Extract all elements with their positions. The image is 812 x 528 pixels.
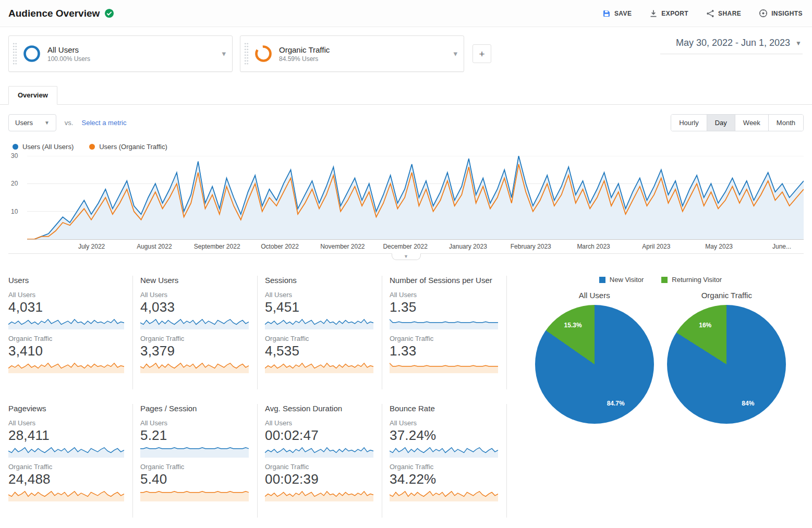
select-a-metric-link[interactable]: Select a metric (81, 119, 126, 127)
metric-value-all-users: 5,451 (265, 299, 373, 315)
all-users-segment-icon (22, 44, 41, 63)
pie-legend: New Visitor Returning Visitor (522, 276, 799, 284)
sparkline-all-users (390, 445, 498, 458)
all-users-pie-chart[interactable]: 15.3% 84.7% (535, 305, 654, 424)
segment-detail: 84.59% Users (279, 55, 330, 63)
granularity-hourly-button[interactable]: Hourly (671, 115, 707, 131)
pie-slice-label-new: 84% (742, 400, 754, 407)
segment-label: All Users (140, 419, 249, 427)
export-button[interactable]: EXPORT (649, 9, 688, 18)
segment-label: Organic Traffic (140, 463, 249, 471)
metric-selector-dropdown[interactable]: Users ▼ (8, 114, 56, 131)
x-axis-label: November 2022 (320, 243, 365, 250)
sparkline-all-users (140, 317, 249, 329)
granularity-toggle: Hourly Day Week Month (671, 114, 804, 131)
top-bar: Audience Overview SAVE EXPORT SHARE INSI… (0, 0, 812, 27)
tab-overview[interactable]: Overview (8, 86, 57, 105)
legend-item-returning-visitor: Returning Visitor (661, 276, 722, 284)
legend-item-organic-traffic: Users (Organic Traffic) (89, 143, 167, 151)
pie-title: All Users (535, 291, 654, 300)
sparkline-all-users (8, 445, 124, 458)
chart-collapse-button[interactable]: ▼ (392, 253, 421, 260)
add-segment-button[interactable]: + (472, 44, 491, 63)
pie-slice-label-new: 84.7% (607, 400, 625, 407)
share-button[interactable]: SHARE (706, 9, 741, 18)
metric-title: Avg. Session Duration (265, 404, 373, 413)
segment-label: Organic Traffic (265, 335, 373, 342)
legend-item-all-users: Users (All Users) (13, 143, 74, 151)
sparkline-all-users (8, 317, 124, 329)
date-range-selector[interactable]: May 30, 2022 - Jun 1, 2023 ▼ (660, 38, 803, 54)
toolbar: SAVE EXPORT SHARE INSIGHTS (602, 9, 803, 18)
x-axis-label: October 2022 (261, 243, 299, 250)
x-axis-label: December 2022 (383, 243, 427, 250)
chevron-down-icon[interactable]: ▾ (222, 49, 226, 58)
metric-title: Sessions (265, 276, 373, 285)
verified-check-icon (104, 8, 114, 18)
x-axis-label: January 2023 (449, 243, 487, 250)
sparkline-organic (8, 489, 124, 501)
legend-item-new-visitor: New Visitor (599, 276, 644, 284)
chart-legend: Users (All Users) Users (Organic Traffic… (13, 143, 804, 151)
tabs-row: Overview (0, 83, 812, 105)
metric-value-organic: 3,410 (8, 343, 124, 359)
sparkline-all-users (390, 317, 498, 329)
granularity-week-button[interactable]: Week (735, 115, 768, 131)
sparkline-organic (8, 361, 124, 373)
segment-label: Organic Traffic (390, 463, 498, 471)
sparkline-organic (140, 489, 249, 501)
x-axis-label: August 2022 (137, 243, 172, 250)
segments-row: All Users 100.00% Users ▾ Organic Traffi… (0, 27, 812, 83)
metric-title: Users (8, 276, 124, 285)
export-label: EXPORT (661, 10, 688, 17)
metric-title: Bounce Rate (390, 404, 498, 413)
date-range-text: May 30, 2022 - Jun 1, 2023 (676, 38, 790, 48)
metric-value-all-users: 37.24% (390, 427, 498, 444)
metric-card-pages-per-session: Pages / Session All Users 5.21 Organic T… (133, 404, 258, 518)
users-timeseries-chart[interactable]: 30 20 10 July 2022 August 2022 September… (27, 156, 804, 253)
segment-label: All Users (140, 291, 249, 299)
blue-square-icon (599, 277, 605, 283)
x-axis-label: July 2022 (78, 243, 105, 250)
segment-all-users[interactable]: All Users 100.00% Users ▾ (8, 35, 233, 72)
sparkline-organic (265, 361, 373, 373)
segment-organic-traffic[interactable]: Organic Traffic 84.59% Users ▾ (240, 35, 464, 72)
granularity-day-button[interactable]: Day (707, 115, 735, 131)
pie-slice-label-returning: 15.3% (564, 322, 582, 329)
save-label: SAVE (614, 10, 632, 17)
insights-label: INSIGHTS (771, 10, 803, 17)
metric-selector-value: Users (15, 119, 33, 127)
visitor-pies-section: New Visitor Returning Visitor All Users … (508, 276, 804, 518)
metric-value-all-users: 5.21 (140, 427, 249, 444)
metric-value-all-users: 4,033 (140, 299, 249, 315)
vs-label: vs. (65, 119, 74, 127)
insights-icon (759, 9, 768, 18)
x-axis-label: June... (772, 243, 791, 250)
pie-slice-label-returning: 16% (699, 322, 711, 329)
organic-traffic-pie-chart[interactable]: 16% 84% (667, 305, 786, 424)
metric-title: Number of Sessions per User (390, 276, 498, 285)
segment-label: All Users (265, 291, 373, 299)
granularity-month-button[interactable]: Month (768, 115, 803, 131)
legend-label: Returning Visitor (672, 276, 722, 284)
drag-handle[interactable] (244, 42, 249, 65)
insights-button[interactable]: INSIGHTS (759, 9, 803, 18)
segment-label: All Users (390, 291, 498, 299)
metric-value-organic: 4,535 (265, 343, 373, 359)
y-axis-tick: 20 (11, 180, 25, 187)
drag-handle[interactable] (13, 42, 17, 65)
metric-card-users: Users All Users 4,031 Organic Traffic 3,… (8, 276, 133, 389)
metric-card-bounce-rate: Bounce Rate All Users 37.24% Organic Tra… (382, 404, 507, 518)
blue-dot-icon (13, 144, 18, 150)
export-icon (649, 9, 658, 18)
chevron-down-icon[interactable]: ▾ (453, 49, 457, 58)
save-button[interactable]: SAVE (602, 9, 632, 18)
all-users-pie-block: All Users 15.3% 84.7% (535, 291, 654, 424)
segment-label: Organic Traffic (8, 463, 124, 471)
organic-traffic-pie-block: Organic Traffic 16% 84% (667, 291, 786, 424)
save-icon (602, 9, 611, 18)
segment-label: Organic Traffic (265, 463, 373, 471)
y-axis-tick: 10 (11, 208, 25, 215)
metric-value-organic: 00:02:39 (265, 471, 373, 487)
green-square-icon (661, 277, 668, 283)
